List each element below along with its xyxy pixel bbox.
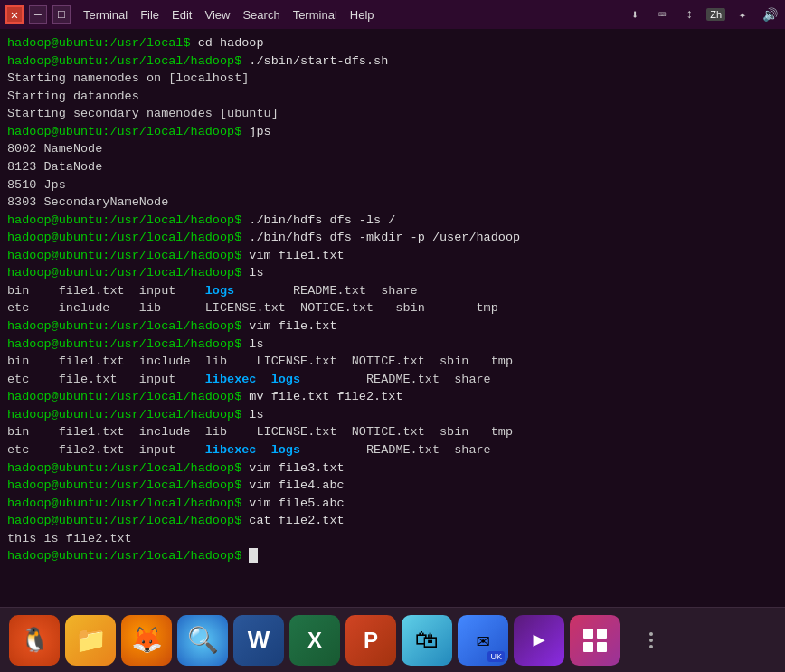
terminal-line: hadoop@ubuntu:/usr/local/hadoop$ ls (7, 406, 778, 424)
excel-icon[interactable]: X (289, 615, 340, 666)
terminal-line: 8002 NameNode (7, 140, 778, 158)
terminal-line: etc file.txt input libexec logs README.t… (7, 371, 778, 389)
search-icon[interactable]: 🔍 (177, 615, 228, 666)
terminal-dock-icon[interactable]: ▶ (514, 615, 564, 666)
bluetooth-icon: ✦ (733, 5, 752, 24)
terminal-line: bin file1.txt input logs README.txt shar… (7, 282, 778, 300)
more-options-icon[interactable] (626, 615, 676, 666)
svg-rect-3 (597, 642, 607, 652)
svg-rect-0 (583, 629, 593, 639)
terminal-line: etc include lib LICENSE.txt NOTICE.txt s… (7, 299, 778, 317)
titlebar: ✕ ─ □ Terminal File Edit View Search Ter… (0, 0, 785, 29)
terminal-line: hadoop@ubuntu:/usr/local/hadoop$ (7, 547, 778, 565)
terminal-line: hadoop@ubuntu:/usr/local/hadoop$ cat fil… (7, 512, 778, 530)
shop-icon[interactable]: 🛍 (402, 615, 452, 666)
terminal-line: Starting namenodes on [localhost] (7, 70, 778, 88)
terminal-line: hadoop@ubuntu:/usr/local/hadoop$ ls (7, 336, 778, 354)
terminal-line: hadoop@ubuntu:/usr/local/hadoop$ vim fil… (7, 317, 778, 336)
terminal-line: hadoop@ubuntu:/usr/local$ cd hadoop (7, 34, 778, 52)
menu-file[interactable]: File (140, 8, 159, 22)
terminal-line: this is file2.txt (7, 530, 778, 548)
menu-view[interactable]: View (204, 8, 230, 22)
terminal-line: hadoop@ubuntu:/usr/local/hadoop$ vim fil… (7, 477, 778, 495)
menu-help[interactable]: Help (350, 8, 374, 22)
terminal-line: hadoop@ubuntu:/usr/local/hadoop$ jps (7, 123, 778, 141)
ubuntu-icon[interactable]: 🐧 (9, 615, 60, 666)
menu-terminal[interactable]: Terminal (83, 8, 128, 22)
menu-edit[interactable]: Edit (172, 8, 192, 22)
download-icon: ⬇ (625, 5, 645, 24)
system-tray: ⬇ ⌨ ↕ Zh ✦ 🔊 (625, 5, 780, 24)
terminal-line: hadoop@ubuntu:/usr/local/hadoop$ mv file… (7, 388, 778, 406)
terminal-line: hadoop@ubuntu:/usr/local/hadoop$ ./bin/h… (7, 212, 778, 230)
files-icon[interactable]: 📁 (65, 615, 116, 666)
svg-rect-1 (597, 629, 607, 639)
powerpoint-icon[interactable]: P (345, 615, 396, 666)
menu-search[interactable]: Search (242, 8, 279, 22)
terminal-line: bin file1.txt include lib LICENSE.txt NO… (7, 353, 778, 371)
terminal-line: hadoop@ubuntu:/usr/local/hadoop$ ./sbin/… (7, 52, 778, 71)
terminal-line: 8510 Jps (7, 176, 778, 194)
terminal-line: 8123 DataNode (7, 158, 778, 176)
svg-rect-2 (583, 642, 593, 652)
firefox-icon[interactable]: 🦊 (121, 615, 172, 666)
word-icon[interactable]: W (233, 615, 284, 666)
terminal-line: hadoop@ubuntu:/usr/local/hadoop$ vim fil… (7, 495, 778, 513)
terminal-line: hadoop@ubuntu:/usr/local/hadoop$ vim fil… (7, 247, 778, 265)
terminal-line: 8303 SecondaryNameNode (7, 194, 778, 212)
menu-terminal2[interactable]: Terminal (293, 8, 337, 22)
minimize-button[interactable]: ─ (29, 5, 47, 24)
keyboard-icon: ⌨ (652, 5, 672, 24)
grid-icon[interactable] (570, 615, 620, 666)
terminal-line: Starting secondary namenodes [ubuntu] (7, 105, 778, 123)
terminal-line: Starting datanodes (7, 88, 778, 106)
menu-bar: Terminal File Edit View Search Terminal … (83, 8, 374, 22)
terminal-line: hadoop@ubuntu:/usr/local/hadoop$ ./bin/h… (7, 229, 778, 247)
terminal-line: bin file1.txt include lib LICENSE.txt NO… (7, 423, 778, 441)
terminal-output: hadoop@ubuntu:/usr/local$ cd hadoop hado… (0, 29, 785, 607)
volume-icon: 🔊 (760, 5, 780, 24)
zh-badge: Zh (706, 8, 725, 21)
terminal-line: etc file2.txt input libexec logs README.… (7, 441, 778, 459)
terminal-line: hadoop@ubuntu:/usr/local/hadoop$ vim fil… (7, 459, 778, 478)
taskbar: 🐧 📁 🦊 🔍 W X P 🛍 ✉ UK ▶ (0, 607, 785, 672)
maximize-button[interactable]: □ (52, 5, 71, 24)
email-icon[interactable]: ✉ UK (458, 615, 508, 666)
sort-icon: ↕ (679, 5, 699, 24)
terminal-line: hadoop@ubuntu:/usr/local/hadoop$ ls (7, 264, 778, 282)
close-button[interactable]: ✕ (5, 5, 24, 24)
